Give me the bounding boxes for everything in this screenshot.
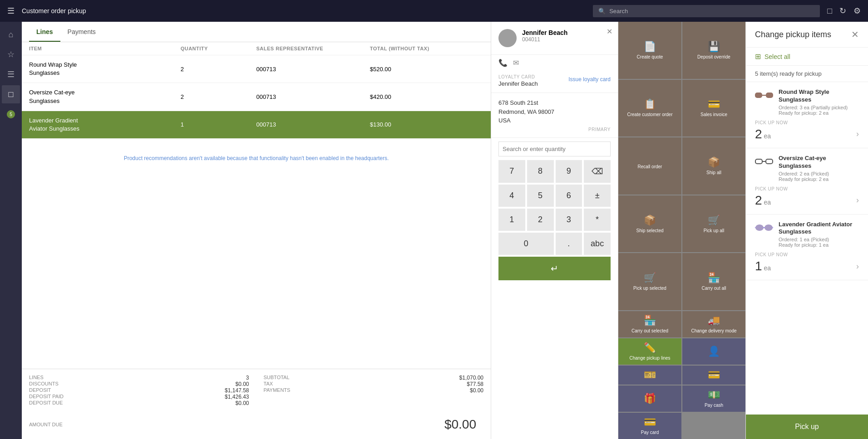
carry-out-selected-label: Carry out selected bbox=[631, 328, 668, 334]
col-total: TOTAL (WITHOUT TAX) bbox=[370, 46, 483, 51]
tile-pick-up-selected[interactable]: 🛒 Pick up selected bbox=[618, 253, 681, 310]
deposit-override-icon: 💾 bbox=[708, 41, 720, 53]
pickup-chevron-icon[interactable]: › bbox=[856, 262, 859, 271]
num-5[interactable]: 5 bbox=[527, 185, 554, 207]
num-0[interactable]: 0 bbox=[498, 233, 554, 255]
qty-search-input[interactable] bbox=[498, 141, 611, 156]
page-title: Customer order pickup bbox=[22, 7, 593, 15]
tile-deposit-override[interactable]: 💾 Deposit override bbox=[682, 22, 745, 79]
num-backspace[interactable]: ⌫ bbox=[584, 160, 611, 183]
sales-invoice-icon: 💳 bbox=[708, 98, 720, 110]
item-details: Lavender Gradient Aviator Sunglasses Ord… bbox=[779, 221, 859, 248]
discounts-value: $0.00 bbox=[235, 381, 249, 387]
tile-recall-order[interactable]: Recall order bbox=[618, 137, 681, 195]
deposit-value: $1,147.58 bbox=[225, 387, 249, 394]
pickup-qty-row: 2 ea › bbox=[755, 127, 859, 141]
tile-person[interactable]: 👤 bbox=[682, 338, 745, 365]
tile-create-customer-order[interactable]: 📋 Create customer order bbox=[618, 80, 681, 137]
col-rep: SALES REPRESENTATIVE bbox=[256, 46, 370, 51]
tab-payments[interactable]: Payments bbox=[60, 22, 103, 42]
num-abc[interactable]: abc bbox=[584, 233, 611, 255]
menu-icon[interactable]: ☰ bbox=[7, 6, 15, 16]
pickup-item-top: Lavender Gradient Aviator Sunglasses Ord… bbox=[755, 221, 859, 248]
issue-loyalty-button[interactable]: Issue loyalty card bbox=[568, 76, 611, 83]
svg-rect-1 bbox=[766, 93, 773, 98]
sidebar-badge[interactable]: 5 bbox=[2, 105, 20, 123]
pick-up-now-label: PICK UP NOW bbox=[755, 120, 859, 125]
change-delivery-mode-label: Change delivery mode bbox=[691, 328, 736, 334]
table-row[interactable]: Round Wrap StyleSunglasses 2 000713 $520… bbox=[22, 55, 491, 83]
create-quote-icon: 📄 bbox=[644, 41, 656, 53]
tile-sales-invoice[interactable]: 💳 Sales invoice bbox=[682, 80, 745, 137]
num-plusminus[interactable]: ± bbox=[584, 185, 611, 207]
tax-value: $77.58 bbox=[467, 381, 483, 387]
num-3[interactable]: 3 bbox=[556, 209, 582, 231]
pickup-chevron-icon[interactable]: › bbox=[856, 195, 859, 205]
table-row[interactable]: Oversize Cat-eyeSunglasses 2 000713 $420… bbox=[22, 83, 491, 111]
num-2[interactable]: 2 bbox=[527, 209, 554, 231]
pay-card-label: Pay card bbox=[641, 430, 659, 435]
loyalty-value: Jennifer Beach bbox=[498, 80, 538, 87]
tile-carry-out-all[interactable]: 🏪 Carry out all bbox=[682, 253, 745, 310]
tile-gift[interactable]: 🎁 bbox=[618, 385, 681, 412]
tile-ship-selected[interactable]: 📦 Ship selected bbox=[618, 195, 681, 253]
deposit-label: DEPOSIT bbox=[29, 387, 51, 394]
num-8[interactable]: 8 bbox=[527, 160, 554, 183]
search-input[interactable] bbox=[609, 8, 814, 15]
select-all-row[interactable]: ⊞ Select all bbox=[746, 48, 868, 66]
screen-icon[interactable]: □ bbox=[827, 6, 832, 16]
tile-ship-all[interactable]: 📦 Ship all bbox=[682, 137, 745, 195]
num-4[interactable]: 4 bbox=[498, 185, 525, 207]
num-7[interactable]: 7 bbox=[498, 160, 525, 183]
tile-create-quote[interactable]: 📄 Create quote bbox=[618, 22, 681, 79]
carry-out-all-icon: 🏪 bbox=[708, 272, 720, 284]
sidebar-menu[interactable]: ☰ bbox=[2, 65, 20, 83]
settings-icon[interactable]: ⚙ bbox=[853, 6, 861, 16]
email-icon[interactable]: ✉ bbox=[513, 59, 519, 67]
tile-change-pickup-lines[interactable]: ✏️ Change pickup lines bbox=[618, 338, 681, 365]
sidebar-orders[interactable]: □ bbox=[2, 85, 20, 103]
phone-icon[interactable]: 📞 bbox=[498, 59, 508, 67]
avatar bbox=[498, 29, 517, 47]
numpad-area: 7 8 9 ⌫ 4 5 6 ± 1 2 3 * 0 bbox=[491, 138, 618, 439]
summary-deposit-due: DEPOSIT DUE $0.00 bbox=[29, 400, 249, 406]
ship-all-label: Ship all bbox=[706, 170, 721, 176]
search-box[interactable]: 🔍 bbox=[593, 5, 820, 17]
tax-label: TAX bbox=[264, 381, 273, 387]
tile-change-delivery-mode[interactable]: 🚚 Change delivery mode bbox=[682, 311, 745, 337]
tile-pick-up-all[interactable]: 🛒 Pick up all bbox=[682, 195, 745, 253]
tile-ticket[interactable]: 🎫 bbox=[618, 366, 681, 385]
pickup-close-button[interactable]: ✕ bbox=[851, 29, 859, 40]
select-all-text: Select all bbox=[764, 53, 790, 60]
num-6[interactable]: 6 bbox=[556, 185, 582, 207]
pickup-item: Round Wrap Style Sunglasses Ordered: 3 e… bbox=[746, 82, 868, 148]
svg-rect-6 bbox=[766, 159, 773, 164]
table-row[interactable]: Lavender GradientAviator Sunglasses 1 00… bbox=[22, 111, 491, 139]
create-quote-label: Create quote bbox=[637, 54, 663, 60]
tab-lines[interactable]: Lines bbox=[29, 22, 60, 42]
pickup-unit: ea bbox=[764, 264, 771, 272]
amount-due-label: AMOUNT DUE bbox=[29, 422, 63, 427]
close-customer-button[interactable]: ✕ bbox=[607, 27, 612, 36]
search-icon: 🔍 bbox=[598, 8, 606, 15]
loyalty-section: LOYALTY CARD Jennifer Beach Issue loyalt… bbox=[491, 71, 618, 93]
num-multiply[interactable]: * bbox=[584, 209, 611, 231]
sidebar-home[interactable]: ⌂ bbox=[2, 25, 20, 44]
create-customer-order-label: Create customer order bbox=[627, 112, 672, 117]
tile-carry-out-selected[interactable]: 🏪 Carry out selected bbox=[618, 311, 681, 337]
item-rep: 000713 bbox=[256, 121, 370, 128]
lines-label: LINES bbox=[29, 375, 44, 381]
sidebar-star[interactable]: ☆ bbox=[2, 45, 20, 63]
tile-pay-cash[interactable]: 💵 Pay cash bbox=[682, 385, 745, 412]
tile-pay-card[interactable]: 💳 Pay card bbox=[618, 413, 681, 439]
num-dot[interactable]: . bbox=[556, 233, 582, 255]
num-9[interactable]: 9 bbox=[556, 160, 582, 183]
num-1[interactable]: 1 bbox=[498, 209, 525, 231]
pickup-chevron-icon[interactable]: › bbox=[856, 129, 859, 139]
refresh-icon[interactable]: ↻ bbox=[839, 6, 846, 16]
pick-up-selected-icon: 🛒 bbox=[644, 272, 656, 284]
pickup-button[interactable]: Pick up bbox=[746, 415, 868, 439]
num-enter[interactable]: ↵ bbox=[498, 257, 611, 280]
svg-rect-5 bbox=[755, 159, 762, 164]
tile-card[interactable]: 💳 bbox=[682, 366, 745, 385]
